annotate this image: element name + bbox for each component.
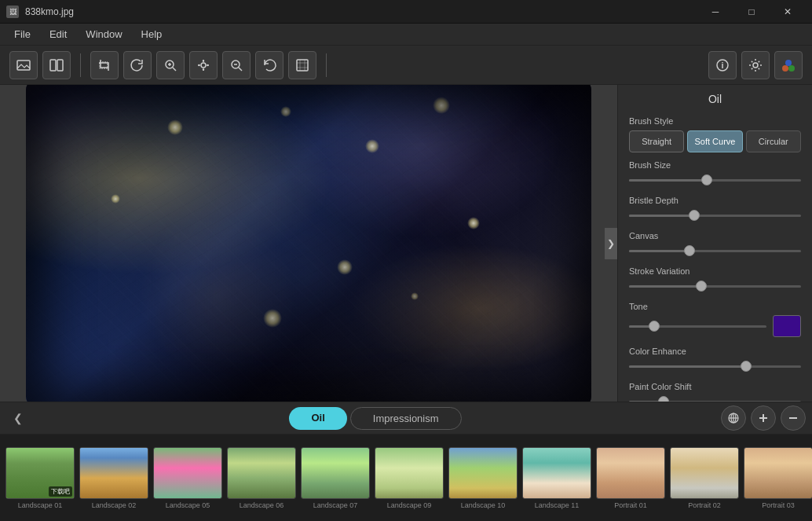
rotate-button[interactable] bbox=[123, 51, 152, 79]
svg-point-18 bbox=[785, 60, 792, 66]
film-item-landscape09[interactable]: Landscape 09 bbox=[374, 447, 444, 509]
film-thumb-portrait01 bbox=[596, 447, 665, 499]
minimize-button[interactable]: ─ bbox=[697, 0, 733, 24]
watermark: 下载吧 bbox=[49, 486, 72, 497]
film-item-landscape01[interactable]: 下载吧 Landscape 01 bbox=[5, 447, 75, 509]
film-item-portrait03[interactable]: Portrait 03 bbox=[743, 447, 812, 509]
main-content: ❯ Oil Brush Style Straight Soft Curve Ci… bbox=[0, 85, 812, 402]
canvas-label: Canvas bbox=[629, 231, 801, 240]
film-label-landscape05: Landscape 05 bbox=[166, 501, 210, 509]
bristle-depth-slider[interactable] bbox=[629, 209, 801, 222]
export-button[interactable] bbox=[288, 51, 316, 79]
filter-bar: ❮ Oil Impressionism bbox=[0, 402, 812, 435]
window-controls: ─ □ ✕ bbox=[697, 0, 806, 24]
canvas-area: ❯ bbox=[0, 85, 617, 402]
film-label-landscape07: Landscape 07 bbox=[313, 501, 358, 509]
svg-text:i: i bbox=[721, 61, 723, 70]
toolbar-separator-2 bbox=[326, 53, 327, 77]
menu-file[interactable]: File bbox=[6, 25, 38, 43]
menubar: File Edit Window Help bbox=[0, 24, 812, 46]
film-label-landscape06: Landscape 06 bbox=[240, 501, 284, 509]
tone-slider[interactable] bbox=[629, 320, 766, 332]
film-thumb-landscape09 bbox=[375, 447, 444, 499]
zoom-out-button[interactable] bbox=[222, 51, 251, 79]
filter-add-button[interactable] bbox=[751, 405, 776, 431]
film-label-landscape11: Landscape 11 bbox=[535, 501, 580, 509]
film-label-landscape10: Landscape 10 bbox=[461, 501, 506, 509]
tone-label: Tone bbox=[629, 302, 801, 311]
paint-color-shift-label: Paint Color Shift bbox=[629, 382, 801, 391]
toolbar-separator bbox=[80, 53, 81, 77]
panel-toggle-button[interactable]: ❯ bbox=[605, 228, 617, 259]
bristle-depth-slider-row: Bristle Depth bbox=[629, 196, 801, 222]
film-item-portrait02[interactable]: Portrait 02 bbox=[669, 447, 740, 509]
info-button[interactable]: i bbox=[708, 51, 737, 79]
film-item-landscape06[interactable]: Landscape 06 bbox=[226, 447, 297, 509]
crop-button[interactable] bbox=[90, 51, 119, 79]
film-thumb-landscape01: 下载吧 bbox=[5, 447, 75, 499]
style-btn-straight[interactable]: Straight bbox=[629, 130, 684, 152]
color-enhance-slider[interactable] bbox=[629, 360, 801, 372]
stroke-variation-slider[interactable] bbox=[629, 280, 801, 292]
menu-edit[interactable]: Edit bbox=[42, 25, 75, 43]
zoom-in-button[interactable] bbox=[156, 51, 185, 79]
svg-point-16 bbox=[782, 65, 788, 72]
app-icon: 🖼 bbox=[6, 6, 19, 18]
film-thumb-portrait02 bbox=[670, 447, 739, 499]
style-btn-soft-curve[interactable]: Soft Curve bbox=[687, 130, 742, 152]
film-item-landscape07[interactable]: Landscape 07 bbox=[300, 447, 371, 509]
svg-point-8 bbox=[201, 63, 206, 68]
menu-help[interactable]: Help bbox=[134, 25, 170, 43]
svg-rect-2 bbox=[57, 60, 63, 71]
style-btn-circular[interactable]: Circular bbox=[746, 130, 801, 152]
svg-rect-12 bbox=[297, 60, 308, 71]
filter-remove-button[interactable] bbox=[781, 405, 806, 431]
filter-tab-impressionism[interactable]: Impressionism bbox=[350, 407, 462, 430]
film-item-portrait01[interactable]: Portrait 01 bbox=[595, 447, 666, 509]
brush-size-slider-row: Brush Size bbox=[629, 160, 801, 186]
film-thumb-landscape07 bbox=[301, 447, 370, 499]
panel-title: Oil bbox=[629, 93, 801, 105]
film-thumb-landscape06 bbox=[227, 447, 296, 499]
film-label-landscape01: Landscape 01 bbox=[18, 501, 63, 509]
color-enhance-label: Color Enhance bbox=[629, 347, 801, 356]
filter-tabs: Oil Impressionism bbox=[30, 407, 721, 430]
film-label-portrait03: Portrait 03 bbox=[762, 501, 795, 509]
right-panel: Oil Brush Style Straight Soft Curve Circ… bbox=[617, 85, 812, 402]
film-item-landscape11[interactable]: Landscape 11 bbox=[521, 447, 592, 509]
film-thumb-landscape05 bbox=[153, 447, 222, 499]
window-title: 838kmo.jpg bbox=[25, 6, 691, 17]
brush-style-row: Straight Soft Curve Circular bbox=[629, 130, 801, 152]
filter-globe-button[interactable] bbox=[721, 405, 746, 431]
menu-window[interactable]: Window bbox=[78, 25, 130, 43]
filter-prev-button[interactable]: ❮ bbox=[6, 406, 30, 430]
tone-color-box[interactable] bbox=[773, 315, 801, 337]
svg-line-10 bbox=[239, 68, 242, 71]
film-label-landscape02: Landscape 02 bbox=[92, 501, 137, 509]
brush-size-slider[interactable] bbox=[629, 174, 801, 186]
film-item-landscape02[interactable]: Landscape 02 bbox=[79, 447, 149, 509]
close-button[interactable]: ✕ bbox=[770, 0, 806, 24]
maximize-button[interactable]: □ bbox=[733, 0, 770, 24]
film-label-portrait01: Portrait 01 bbox=[614, 501, 647, 509]
pan-button[interactable] bbox=[189, 51, 218, 79]
film-thumb-landscape02 bbox=[79, 447, 148, 499]
effects-button[interactable] bbox=[774, 51, 803, 79]
tone-row bbox=[629, 315, 801, 337]
svg-rect-1 bbox=[50, 60, 56, 71]
titlebar: 🖼 838kmo.jpg ─ □ ✕ bbox=[0, 0, 812, 24]
film-thumb-landscape10 bbox=[448, 447, 518, 499]
filter-tab-oil[interactable]: Oil bbox=[289, 407, 346, 430]
film-label-portrait02: Portrait 02 bbox=[688, 501, 721, 509]
open-image-button[interactable] bbox=[9, 51, 38, 79]
redo-button[interactable] bbox=[255, 51, 283, 79]
film-item-landscape10[interactable]: Landscape 10 bbox=[448, 447, 518, 509]
film-item-landscape05[interactable]: Landscape 05 bbox=[152, 447, 223, 509]
paint-color-shift-slider[interactable] bbox=[629, 395, 801, 402]
svg-rect-0 bbox=[17, 61, 30, 70]
stroke-variation-slider-row: Stroke Variation bbox=[629, 266, 801, 292]
color-enhance-slider-row: Color Enhance bbox=[629, 347, 801, 372]
settings-button[interactable] bbox=[741, 51, 770, 79]
compare-button[interactable] bbox=[42, 51, 71, 79]
canvas-slider[interactable] bbox=[629, 244, 801, 257]
